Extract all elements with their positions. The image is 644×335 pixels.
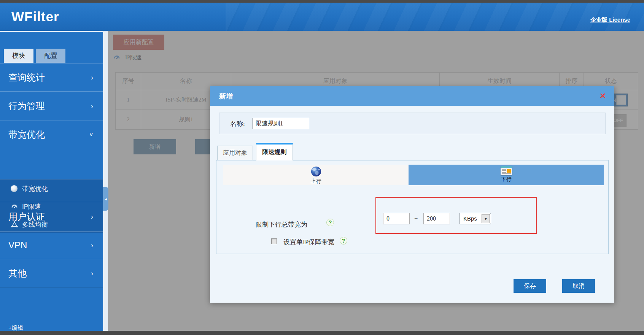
app-header: WFilter 企业版 License	[0, 3, 644, 31]
dialog-title: 新增	[219, 92, 233, 101]
upstream-option[interactable]: 上行	[223, 165, 409, 185]
sidebar-item-others[interactable]: 其他 ›	[0, 259, 103, 287]
sidebar-top-divider	[0, 31, 103, 32]
downstream-option-selected[interactable]: 下行	[409, 165, 604, 185]
rule-name-input[interactable]	[252, 118, 309, 129]
dialog-tab-speed-rule[interactable]: 限速规则	[256, 143, 293, 160]
window-bottom-strip	[0, 331, 644, 335]
sidebar-collapse-handle[interactable]: ◂	[103, 187, 108, 211]
tab-config[interactable]: 配置	[36, 49, 65, 63]
sidebar-item-bandwidth-opt[interactable]: 带宽优化 ˅	[0, 121, 103, 148]
chevron-right-icon: ›	[91, 102, 93, 110]
wfilter-app: WFilter 企业版 License 模块 配置 查询统计 › 行为管理 › …	[0, 0, 644, 335]
chevron-right-icon: ›	[91, 74, 93, 82]
direction-toggle: 上行 下行	[223, 165, 604, 185]
sphere-icon	[11, 185, 18, 192]
submenu-item-bandwidth-opt[interactable]: 带宽优化	[0, 179, 103, 197]
dialog-tab-apply-target[interactable]: 应用对象	[217, 146, 253, 160]
sidebar-item-user-auth[interactable]: 用户认证 ›	[0, 202, 103, 231]
app-logo: WFilter	[11, 9, 59, 24]
name-label: 名称:	[230, 119, 245, 128]
upstream-label: 上行	[223, 178, 409, 185]
sidebar-item-query-stats[interactable]: 查询统计 ›	[0, 64, 103, 91]
sidebar-item-vpn[interactable]: VPN ›	[0, 231, 103, 259]
downstream-label: 下行	[409, 176, 604, 183]
sidebar-item-behavior-mgmt[interactable]: 行为管理 ›	[0, 91, 103, 121]
license-link[interactable]: 企业版 License	[590, 16, 630, 24]
window-top-strip	[0, 0, 644, 3]
cancel-button[interactable]: 取消	[562, 279, 595, 293]
close-icon[interactable]: ✕	[599, 91, 606, 100]
news-card-icon	[501, 166, 512, 175]
keyboard-background-texture	[226, 3, 644, 31]
add-rule-dialog: 新增 ✕ 名称: 应用对象 限速规则	[210, 86, 614, 303]
dialog-header: 新增 ✕	[210, 86, 614, 106]
sidebar-scroll-strip[interactable]	[103, 31, 108, 331]
license-label[interactable]: 企业版 License	[590, 16, 630, 23]
chevron-down-icon: ˅	[89, 131, 93, 139]
sidebar: 模块 配置 查询统计 › 行为管理 › 带宽优化 ˅ 带宽优化	[0, 31, 103, 331]
chevron-right-icon: ›	[91, 213, 93, 221]
save-button[interactable]: 保存	[514, 279, 546, 293]
name-field-row: 名称:	[219, 113, 606, 134]
chevron-right-icon: ›	[91, 241, 93, 249]
tab-modules[interactable]: 模块	[4, 49, 33, 63]
chevron-right-icon: ›	[91, 269, 93, 277]
speed-rule-panel: 上行 下行	[216, 160, 609, 254]
globe-icon	[310, 166, 322, 179]
sidebar-tabs: 模块 配置	[4, 49, 65, 63]
